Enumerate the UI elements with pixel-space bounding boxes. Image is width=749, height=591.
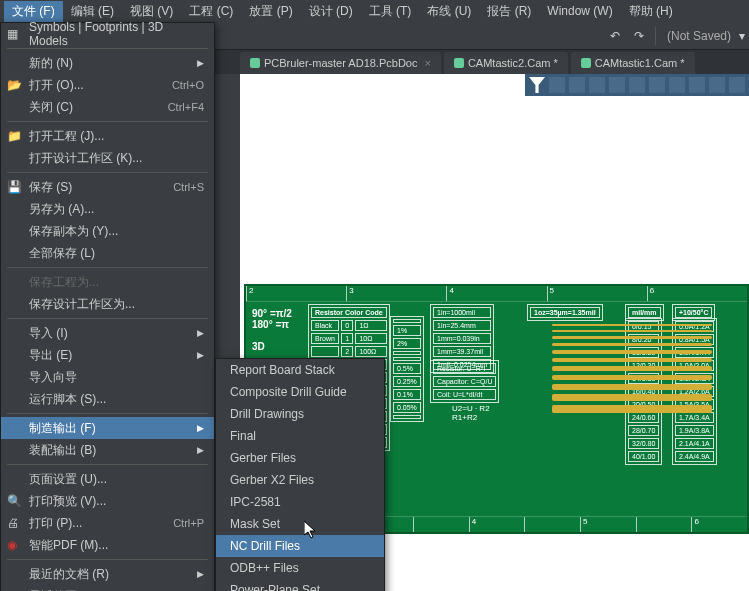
- menu-file[interactable]: 文件 (F): [4, 1, 63, 22]
- menu-item-save-proj-as: 保存工程为...: [1, 271, 214, 293]
- menu-edit[interactable]: 编辑 (E): [63, 1, 122, 22]
- menu-view[interactable]: 视图 (V): [122, 1, 181, 22]
- canvas-tool-icon[interactable]: [649, 77, 665, 93]
- canvas-tool-icon[interactable]: [549, 77, 565, 93]
- pdf-icon: ◉: [7, 538, 21, 552]
- menu-help[interactable]: 帮助 (H): [621, 1, 681, 22]
- canvas-tool-icon[interactable]: [709, 77, 725, 93]
- formula-table: Resistor: U=R*I Capacitor: C=Q/U Coil: U…: [430, 360, 499, 403]
- tool-undo-icon[interactable]: ↶: [604, 25, 626, 47]
- menu-item-save[interactable]: 💾 保存 (S)Ctrl+S: [1, 176, 214, 198]
- canvas-tool-icon[interactable]: [669, 77, 685, 93]
- folder-open-icon: 📂: [7, 78, 21, 92]
- submenu-composite-drill[interactable]: Composite Drill Guide: [216, 381, 384, 403]
- menu-report[interactable]: 报告 (R): [479, 1, 539, 22]
- menu-item-assy-output[interactable]: 装配输出 (B)▶: [1, 439, 214, 461]
- menu-tools[interactable]: 工具 (T): [361, 1, 420, 22]
- save-icon: 💾: [7, 180, 21, 194]
- menu-item-fab-output[interactable]: 制造输出 (F)▶: [1, 417, 214, 439]
- canvas-toolbar: [525, 74, 749, 96]
- pcb-file-icon: [250, 58, 260, 68]
- cursor-icon: [304, 521, 318, 539]
- menu-item-smart-pdf[interactable]: ◉ 智能PDF (M)...: [1, 534, 214, 556]
- menu-item-open-workspace[interactable]: 打开设计工作区 (K)...: [1, 147, 214, 169]
- submenu-gerber-x2[interactable]: Gerber X2 Files: [216, 469, 384, 491]
- menu-item-open[interactable]: 📂 打开 (O)...Ctrl+O: [1, 74, 214, 96]
- menu-place[interactable]: 放置 (P): [241, 1, 300, 22]
- canvas-tool-icon[interactable]: [569, 77, 585, 93]
- menu-item-save-as[interactable]: 另存为 (A)...: [1, 198, 214, 220]
- menu-item-export[interactable]: 导出 (E)▶: [1, 344, 214, 366]
- menu-item-print-preview[interactable]: 🔍 打印预览 (V)...: [1, 490, 214, 512]
- menu-item-new[interactable]: 新的 (N)▶: [1, 52, 214, 74]
- tab-label: CAMtastic2.Cam *: [468, 57, 558, 69]
- menu-design[interactable]: 设计 (D): [301, 1, 361, 22]
- menu-item-save-copy[interactable]: 保存副本为 (Y)...: [1, 220, 214, 242]
- canvas-tool-icon[interactable]: [729, 77, 745, 93]
- menu-window[interactable]: Window (W): [539, 2, 620, 20]
- menu-item-print[interactable]: 🖨 打印 (P)...Ctrl+P: [1, 512, 214, 534]
- submenu-nc-drill[interactable]: NC Drill Files: [216, 535, 384, 557]
- preview-icon: 🔍: [7, 494, 21, 508]
- project-icon: 📁: [7, 129, 21, 143]
- menu-item-symbols[interactable]: ▦ Symbols | Footprints | 3D Models: [1, 23, 214, 45]
- tab-cam2[interactable]: CAMtastic2.Cam *: [444, 52, 568, 74]
- tab-pcbdoc[interactable]: PCBruler-master AD18.PcbDoc ×: [240, 52, 441, 74]
- canvas-tool-icon[interactable]: [609, 77, 625, 93]
- trace-samples: [552, 324, 712, 474]
- fab-output-submenu: Report Board Stack Composite Drill Guide…: [215, 358, 385, 591]
- cam-file-icon: [454, 58, 464, 68]
- menu-route[interactable]: 布线 (U): [419, 1, 479, 22]
- submenu-report-board-stack[interactable]: Report Board Stack: [216, 359, 384, 381]
- u2-formula: U2=U · R2 R1+R2: [452, 404, 490, 422]
- menu-item-save-ws-as[interactable]: 保存设计工作区为...: [1, 293, 214, 315]
- tolerance-table: 1% 2% 0.5% 0.25% 0.1% 0.05%: [390, 316, 424, 422]
- filter-icon[interactable]: [529, 77, 545, 93]
- menu-project[interactable]: 工程 (C): [181, 1, 241, 22]
- tab-label: CAMtastic1.Cam *: [595, 57, 685, 69]
- print-icon: 🖨: [7, 516, 21, 530]
- canvas-tool-icon[interactable]: [689, 77, 705, 93]
- tab-label: PCBruler-master AD18.PcbDoc: [264, 57, 417, 69]
- menu-item-save-all[interactable]: 全部保存 (L): [1, 242, 214, 264]
- ruler-top: 2 3 4 5 6: [246, 286, 747, 302]
- main-menubar: 文件 (F) 编辑 (E) 视图 (V) 工程 (C) 放置 (P) 设计 (D…: [0, 0, 749, 22]
- canvas-tool-icon[interactable]: [629, 77, 645, 93]
- menu-item-recent-docs[interactable]: 最近的文档 (R)▶: [1, 563, 214, 585]
- cam-file-icon: [581, 58, 591, 68]
- menu-item-close[interactable]: 关闭 (C)Ctrl+F4: [1, 96, 214, 118]
- not-saved-label: (Not Saved): [661, 29, 737, 43]
- dropdown-arrow-icon[interactable]: ▾: [739, 29, 745, 43]
- menu-item-recent-proj[interactable]: 最近的工程▶: [1, 585, 214, 591]
- submenu-final[interactable]: Final: [216, 425, 384, 447]
- tab-cam1[interactable]: CAMtastic1.Cam *: [571, 52, 695, 74]
- close-icon[interactable]: ×: [424, 57, 430, 69]
- canvas-tool-icon[interactable]: [589, 77, 605, 93]
- menu-item-import[interactable]: 导入 (I)▶: [1, 322, 214, 344]
- submenu-drill-drawings[interactable]: Drill Drawings: [216, 403, 384, 425]
- menu-item-run-script[interactable]: 运行脚本 (S)...: [1, 388, 214, 410]
- symbols-icon: ▦: [7, 27, 21, 41]
- tool-redo-icon[interactable]: ↷: [628, 25, 650, 47]
- menu-item-page-setup[interactable]: 页面设置 (U)...: [1, 468, 214, 490]
- submenu-mask-set[interactable]: Mask Set: [216, 513, 384, 535]
- submenu-odb[interactable]: ODB++ Files: [216, 557, 384, 579]
- oz-table: 1oz=35µm=1.35mil: [527, 304, 603, 321]
- angle-text: 90° =π/2 180° =π 3D: [252, 308, 292, 352]
- submenu-gerber[interactable]: Gerber Files: [216, 447, 384, 469]
- submenu-power-plane[interactable]: Power-Plane Set: [216, 579, 384, 591]
- file-menu-dropdown: ▦ Symbols | Footprints | 3D Models 新的 (N…: [0, 22, 215, 591]
- menu-item-import-wizard[interactable]: 导入向导: [1, 366, 214, 388]
- submenu-ipc2581[interactable]: IPC-2581: [216, 491, 384, 513]
- menu-item-open-project[interactable]: 📁 打开工程 (J)...: [1, 125, 214, 147]
